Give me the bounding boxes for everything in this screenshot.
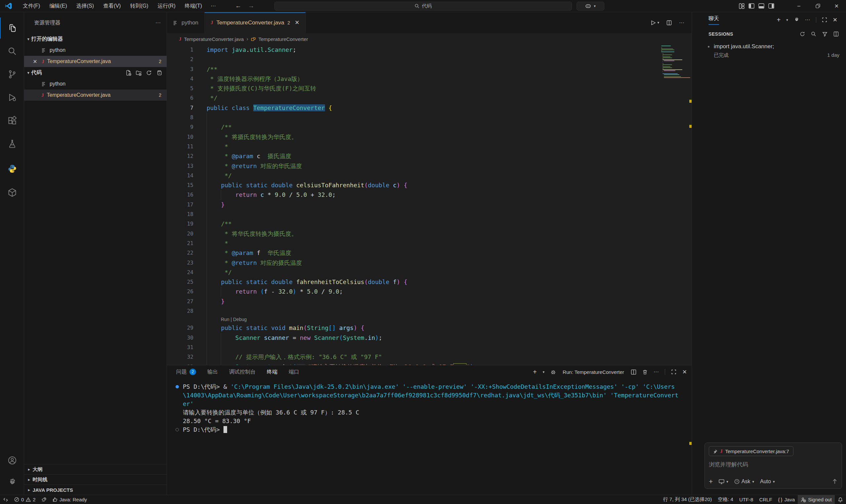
run-java-button[interactable]: ▾ <box>651 20 659 25</box>
new-file-icon[interactable] <box>126 70 131 76</box>
new-chat-icon[interactable]: + <box>777 16 781 24</box>
toggle-panel-icon[interactable] <box>756 0 766 12</box>
nav-forward-button[interactable]: → <box>248 2 254 10</box>
activity-bar <box>0 12 24 495</box>
chat-input-box[interactable]: J TemperatureConverter.java:7 浏览并理解代码 + … <box>705 443 842 489</box>
signed-out-status[interactable]: Signed out <box>798 495 835 504</box>
container-tools-icon[interactable] <box>0 182 24 203</box>
chat-title-tab[interactable]: 聊天 <box>708 15 719 25</box>
close-window-button[interactable]: ✕ <box>827 0 846 12</box>
explorer-icon[interactable] <box>0 18 24 39</box>
menu-file[interactable]: 文件(F) <box>18 1 45 11</box>
terminal-profile-chevron-icon[interactable]: ▾ <box>543 370 545 374</box>
error-circle-icon <box>14 497 19 502</box>
nav-back-button[interactable]: ← <box>235 2 241 10</box>
terminal-instance-label[interactable]: Run: TemperatureConverter <box>563 369 624 375</box>
indentation[interactable]: 空格: 4 <box>715 495 736 504</box>
open-editors-section-header[interactable]: ▾ 打开的编辑器 <box>24 33 167 44</box>
testing-icon[interactable] <box>0 133 24 154</box>
toggle-primary-sidebar-icon[interactable] <box>746 0 756 12</box>
split-terminal-icon[interactable] <box>631 369 636 375</box>
chat-more-actions-icon[interactable]: ··· <box>805 17 810 23</box>
encoding[interactable]: UTF-8 <box>736 495 756 504</box>
settings-gear-icon[interactable] <box>0 472 24 493</box>
panel-tab-debug-console[interactable]: 调试控制台 <box>229 368 256 376</box>
tree-item-python[interactable]: python <box>24 78 167 90</box>
customize-layout-icon[interactable] <box>737 0 746 12</box>
tree-item-temperatureconverter[interactable]: J TemperatureConverter.java 2 <box>24 90 167 101</box>
refresh-explorer-icon[interactable] <box>146 70 152 76</box>
collapse-folders-icon[interactable] <box>156 70 162 76</box>
folder-section-header[interactable]: ▾ 代码 <box>24 67 167 78</box>
new-folder-icon[interactable] <box>136 70 141 76</box>
chat-input-placeholder[interactable]: 浏览并理解代码 <box>709 461 838 468</box>
java-projects-section[interactable]: ▸JAVA PROJECTS <box>24 485 167 495</box>
code-editor[interactable]: 1import java.util.Scanner;23/**4 * 温度转换器… <box>167 45 692 365</box>
accounts-icon[interactable] <box>0 450 24 471</box>
panel-tab-terminal[interactable]: 终端 <box>267 368 277 376</box>
split-sessions-icon[interactable] <box>833 31 839 37</box>
menu-terminal[interactable]: 终端(T) <box>180 1 207 11</box>
panel-more-actions-icon[interactable]: ··· <box>654 369 659 375</box>
panel-tab-output[interactable]: 输出 <box>207 368 218 376</box>
chevron-down-icon[interactable]: ▾ <box>786 18 788 22</box>
new-terminal-icon[interactable]: + <box>533 368 537 376</box>
tab-temperatureconverter[interactable]: J TemperatureConverter.java 2 ✕ <box>205 12 306 33</box>
refresh-sessions-icon[interactable] <box>800 31 805 37</box>
menu-edit[interactable]: 编辑(E) <box>45 1 71 11</box>
eol-sequence[interactable]: CRLF <box>756 495 775 504</box>
python-extension-icon[interactable] <box>0 158 24 179</box>
send-chat-icon[interactable] <box>832 479 838 485</box>
panel-tab-problems[interactable]: 问题 2 <box>176 368 196 376</box>
remote-window-button[interactable] <box>0 495 11 504</box>
minimize-button[interactable]: – <box>790 0 808 12</box>
rocket-status-icon[interactable] <box>39 495 50 504</box>
editor-more-actions-icon[interactable]: ··· <box>679 20 684 26</box>
java-status[interactable]: Java: Ready <box>50 495 90 504</box>
chat-context-pill[interactable]: J TemperatureConverter.java:7 <box>709 446 793 456</box>
timeline-section[interactable]: ▸时间线 <box>24 474 167 485</box>
restore-button[interactable] <box>808 0 827 12</box>
menu-view[interactable]: 查看(V) <box>99 1 125 11</box>
menu-run[interactable]: 运行(R) <box>153 1 180 11</box>
command-center-search[interactable]: 代码 <box>274 2 572 11</box>
language-mode[interactable]: { } Java <box>775 495 798 504</box>
maximize-chat-icon[interactable] <box>822 17 827 22</box>
kill-terminal-icon[interactable] <box>642 369 648 375</box>
extensions-icon[interactable] <box>0 110 24 131</box>
chat-session-item[interactable]: import java.util.Scanner; 已完成 1 day <box>692 41 846 61</box>
toggle-secondary-sidebar-icon[interactable] <box>766 0 776 12</box>
close-panel-icon[interactable]: ✕ <box>683 368 687 376</box>
open-editor-item-temperatureconverter[interactable]: ✕ J TemperatureConverter.java 2 <box>24 56 167 67</box>
codelens-run-debug[interactable]: Run | Debug <box>167 316 692 323</box>
tab-python[interactable]: python <box>167 12 205 33</box>
chat-settings-gear-icon[interactable] <box>794 17 799 23</box>
search-sessions-icon[interactable] <box>811 31 816 37</box>
source-control-icon[interactable] <box>0 64 24 85</box>
cursor-position[interactable]: 行 7, 列 34 (已选择20) <box>660 495 715 504</box>
chat-mode-ask[interactable]: ? Ask ▾ <box>734 479 754 485</box>
menu-goto[interactable]: 转到(G) <box>125 1 153 11</box>
close-editor-icon[interactable]: ✕ <box>31 58 39 65</box>
problems-status[interactable]: 0 2 <box>11 495 39 504</box>
run-debug-icon[interactable] <box>0 87 24 108</box>
search-icon[interactable] <box>0 41 24 62</box>
chat-model-picker[interactable]: Auto ▾ <box>760 479 775 485</box>
explorer-more-actions-icon[interactable]: ··· <box>155 20 161 26</box>
filter-sessions-icon[interactable] <box>822 31 828 37</box>
outline-section[interactable]: ▸大纲 <box>24 464 167 474</box>
chat-surface-picker[interactable]: ▾ <box>719 479 728 484</box>
maximize-panel-icon[interactable] <box>671 369 676 375</box>
close-tab-icon[interactable]: ✕ <box>295 19 299 26</box>
notifications-bell-icon[interactable] <box>835 495 846 504</box>
terminal[interactable]: PS D:\代码> & 'C:\Program Files\Java\jdk-2… <box>167 382 692 495</box>
menu-selection[interactable]: 选择(S) <box>72 1 99 11</box>
split-editor-icon[interactable] <box>667 20 672 25</box>
breadcrumb[interactable]: J TemperatureConverter.java › Temperatur… <box>167 33 692 45</box>
attach-context-icon[interactable]: + <box>709 478 713 486</box>
panel-tab-ports[interactable]: 端口 <box>289 368 299 376</box>
copilot-button[interactable]: ▾ <box>576 2 604 11</box>
menu-more-button[interactable]: ··· <box>207 2 220 10</box>
open-editor-item-python[interactable]: python <box>24 44 167 56</box>
close-chat-icon[interactable]: ✕ <box>833 17 838 23</box>
